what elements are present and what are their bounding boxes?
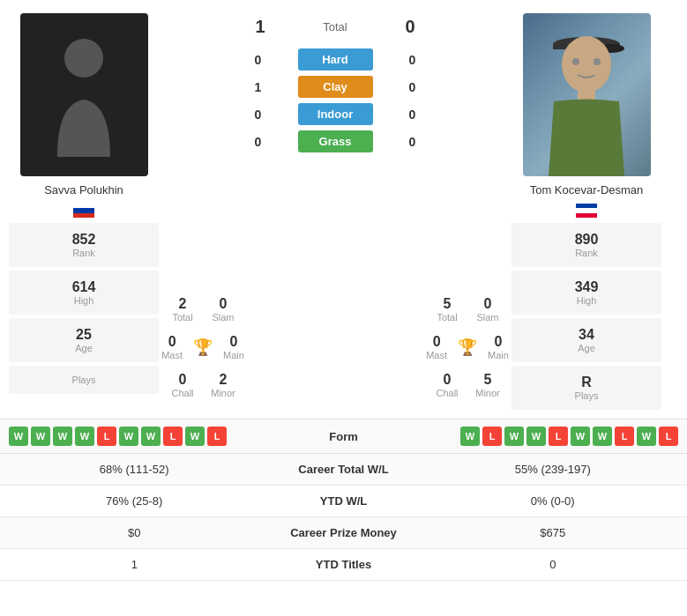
svg-point-7 xyxy=(594,58,601,65)
stats-right-3: 0 xyxy=(432,558,675,571)
form-right-badge-0: W xyxy=(460,427,480,446)
right-main-label: Main xyxy=(488,350,509,360)
form-left-badge-0: W xyxy=(9,427,28,446)
right-age-value: 34 xyxy=(520,327,653,343)
left-chall-value: 0 xyxy=(167,372,198,388)
indoor-button: Indoor xyxy=(298,103,373,125)
grass-left-score: 0 xyxy=(247,135,269,149)
right-bottom-stats: 0 Chall 5 Minor xyxy=(428,367,507,403)
player-left-flag xyxy=(73,204,94,218)
right-chall-block: 0 Chall xyxy=(428,367,467,403)
right-top-stats: 5 Total 0 Slam xyxy=(428,292,507,327)
left-rank-value: 852 xyxy=(18,232,150,248)
form-left-badge-8: W xyxy=(185,427,205,446)
right-slam-label: Slam xyxy=(472,312,504,323)
left-total-label: Total xyxy=(167,312,198,323)
main-container: Savva Polukhin 852 Rank 614 High 25 Age xyxy=(0,0,687,581)
form-right-badge-1: L xyxy=(482,427,502,446)
right-high-value: 349 xyxy=(520,279,653,295)
form-left-badge-5: W xyxy=(119,427,138,446)
left-main-label: Main xyxy=(223,350,244,360)
left-chall-label: Chall xyxy=(167,388,198,398)
player-right-photo-inner xyxy=(523,13,651,176)
left-top-stats: 2 Total 0 Slam xyxy=(163,292,243,327)
stats-label-1: YTD W/L xyxy=(256,494,432,508)
left-mast-block: 0 Mast xyxy=(161,334,183,360)
grass-button: Grass xyxy=(298,130,373,152)
left-trophy-row: 0 Mast 🏆 0 Main xyxy=(163,329,243,366)
svg-point-0 xyxy=(64,39,103,78)
player-right: Tom Kocevar-Desman 890 Rank 349 High 34 … xyxy=(512,13,661,410)
right-minor-value: 5 xyxy=(472,372,504,388)
stats-row-1: 76% (25-8) YTD W/L 0% (0-0) xyxy=(0,486,687,517)
left-age-label: Age xyxy=(18,343,150,353)
stats-left-3: 1 xyxy=(13,558,256,571)
form-left-badge-9: L xyxy=(207,427,227,446)
stats-left-1: 76% (25-8) xyxy=(13,494,256,508)
left-slam-value: 0 xyxy=(207,296,239,312)
right-mast-block: 0 Mast xyxy=(426,334,447,360)
form-right-badge-6: W xyxy=(593,427,612,446)
form-left-badge-4: L xyxy=(97,427,116,446)
left-high-box: 614 High xyxy=(9,271,159,315)
right-rank-value: 890 xyxy=(520,232,653,248)
right-high-label: High xyxy=(520,295,653,306)
left-age-box: 25 Age xyxy=(9,318,159,362)
right-mast-label: Mast xyxy=(426,350,447,360)
stats-right-2: $675 xyxy=(432,526,675,539)
form-right: WLWWLWWLWL xyxy=(397,427,679,446)
clay-left-score: 1 xyxy=(247,80,269,94)
clay-right-score: 0 xyxy=(401,80,423,94)
left-title-stats: 2 Total 0 Slam 0 Mast 🏆 0 Main xyxy=(163,13,243,410)
right-slam-block: 0 Slam xyxy=(468,292,507,327)
left-high-label: High xyxy=(18,295,150,306)
form-right-badge-7: L xyxy=(615,427,634,446)
players-section: Savva Polukhin 852 Rank 614 High 25 Age xyxy=(0,0,687,419)
form-left: WWWWLWWLWL xyxy=(9,427,291,446)
stats-row-3: 1 YTD Titles 0 xyxy=(0,549,687,581)
left-mast-label: Mast xyxy=(161,350,183,360)
clay-row: 1 Clay 0 xyxy=(247,76,423,98)
left-age-value: 25 xyxy=(18,327,150,343)
hard-left-score: 0 xyxy=(247,53,269,67)
form-left-badge-7: L xyxy=(163,427,183,446)
right-total-label: Total xyxy=(431,312,463,323)
player-left-name: Savva Polukhin xyxy=(44,183,123,197)
form-right-badge-5: W xyxy=(571,427,590,446)
form-left-badge-1: W xyxy=(31,427,50,446)
form-section: WWWWLWWLWL Form WLWWLWWLWL xyxy=(0,419,687,454)
form-right-badge-2: W xyxy=(504,427,524,446)
left-main-value: 0 xyxy=(223,334,244,350)
right-plays-box: R Plays xyxy=(512,366,661,410)
hard-button: Hard xyxy=(298,48,373,71)
left-total-block: 2 Total xyxy=(163,292,202,327)
stats-right-0: 55% (239-197) xyxy=(432,463,675,476)
indoor-right-score: 0 xyxy=(401,108,423,122)
player-right-flag xyxy=(576,204,597,218)
right-chall-value: 0 xyxy=(431,372,463,388)
player-left: Savva Polukhin 852 Rank 614 High 25 Age xyxy=(9,13,159,410)
stats-right-1: 0% (0-0) xyxy=(432,494,675,508)
indoor-left-score: 0 xyxy=(247,108,269,122)
right-main-value: 0 xyxy=(488,334,509,350)
left-plays-label: Plays xyxy=(18,375,150,385)
left-trophy-icon: 🏆 xyxy=(186,338,220,357)
total-left-score: 1 xyxy=(247,17,273,37)
form-label: Form xyxy=(291,430,397,443)
stats-left-0: 68% (111-52) xyxy=(13,463,256,476)
hard-right-score: 0 xyxy=(401,53,423,67)
left-plays-box: Plays xyxy=(9,366,159,394)
right-trophy-row: 0 Mast 🏆 0 Main xyxy=(428,329,507,366)
form-left-badge-3: W xyxy=(75,427,94,446)
h2h-column: 1 Total 0 0 Hard 0 1 Clay 0 0 Indoor 0 0 xyxy=(247,13,423,410)
stats-row-0: 68% (111-52) Career Total W/L 55% (239-1… xyxy=(0,454,687,486)
right-chall-label: Chall xyxy=(431,388,463,398)
indoor-row: 0 Indoor 0 xyxy=(247,103,423,125)
grass-right-score: 0 xyxy=(401,135,423,149)
player-right-photo xyxy=(523,13,651,176)
right-total-block: 5 Total xyxy=(428,292,467,327)
hard-row: 0 Hard 0 xyxy=(247,48,423,71)
left-minor-block: 2 Minor xyxy=(204,367,243,403)
right-plays-label: Plays xyxy=(520,390,653,401)
total-right-score: 0 xyxy=(397,17,423,37)
